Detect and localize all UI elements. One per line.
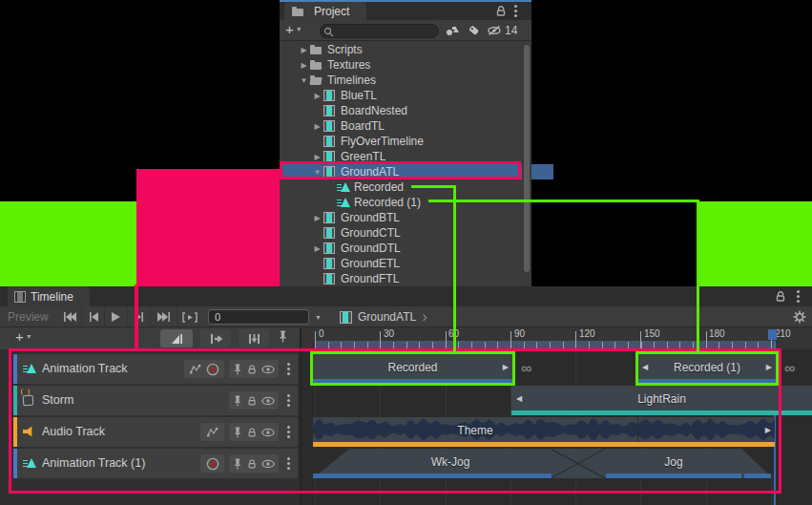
tree-item-groundetl[interactable]: GroundETL (280, 256, 553, 271)
tree-item-label: Scripts (327, 43, 363, 56)
expand-arrow-icon[interactable]: ▶ (311, 214, 323, 222)
tree-item-label: BlueTL (341, 89, 377, 102)
animation-clip-icon (337, 181, 350, 193)
search-icon (323, 27, 334, 37)
annotation-pink-connector (135, 284, 138, 351)
tree-item-flyovertimeline[interactable]: FlyOverTimeline (280, 134, 553, 149)
animation-clip-icon (337, 197, 350, 208)
tree-item-label: BoardNested (341, 104, 407, 117)
scrollbar-thumb[interactable] (524, 45, 530, 272)
scene-pink-block (136, 169, 280, 286)
tree-item-textures[interactable]: ▶Textures (280, 57, 540, 73)
tree-item-label: Timelines (327, 74, 376, 87)
project-tab-label: Project (314, 5, 349, 18)
expand-arrow-icon[interactable]: ▶ (311, 244, 323, 253)
expand-arrow-icon[interactable]: ▶ (298, 46, 310, 54)
pin-icon[interactable] (278, 330, 288, 343)
tree-item-boardtl[interactable]: ▶BoardTL (280, 118, 553, 134)
preview-toggle[interactable]: Preview (8, 310, 49, 324)
tree-item-label: GroundDTL (341, 242, 401, 255)
ruler-tick-label: 210 (775, 328, 791, 339)
frame-field-dropdown-icon[interactable]: ▼ (315, 314, 322, 321)
project-window: Project + ▼ 14 ▶Scripts ▶Textures ▼Tim (280, 0, 531, 286)
expand-arrow-icon[interactable]: ▶ (311, 122, 323, 131)
ruler-tick-label: 0 (319, 328, 324, 339)
tree-item-groundbtl[interactable]: ▶GroundBTL (280, 210, 553, 225)
kebab-menu-icon[interactable] (514, 5, 517, 8)
scene-green-block-left (0, 201, 136, 286)
gear-icon[interactable] (793, 310, 806, 324)
tree-item-grounddtl[interactable]: ▶GroundDTL (280, 241, 553, 256)
lock-icon[interactable] (495, 5, 508, 17)
tree-item-label: BoardTL (341, 119, 385, 133)
tree-item-label: GroundETL (341, 257, 400, 270)
folder-icon (310, 59, 323, 71)
play-button[interactable] (105, 306, 128, 327)
frame-field[interactable] (208, 309, 309, 325)
open-folder-icon (310, 74, 323, 86)
plus-icon: + (15, 329, 24, 344)
tree-item-label: GroundFTL (341, 272, 399, 285)
clip-mix-mode-button[interactable] (160, 329, 193, 347)
timeline-asset-icon (323, 120, 337, 132)
timeline-asset-icon (323, 258, 337, 269)
hidden-objects-toggle[interactable]: 14 (487, 24, 517, 37)
timeline-asset-icon (323, 227, 337, 239)
lock-icon[interactable] (775, 290, 787, 303)
tree-item-label: Recorded (354, 180, 404, 194)
expand-arrow-icon[interactable]: ▶ (298, 61, 310, 70)
annotation-green-connector-recorded1-h (428, 200, 699, 202)
scene-green-block-right (697, 201, 812, 286)
ruler-tick-label: 90 (514, 328, 525, 339)
timeline-asset-icon (340, 311, 352, 324)
breadcrumb-label: GroundATL (358, 310, 416, 324)
extrapolation-infinity-icon: ∞ (784, 360, 795, 377)
tab-timeline[interactable]: Timeline (8, 286, 90, 306)
plus-icon: + (285, 22, 294, 36)
annotation-green-connector-recorded-v (453, 185, 456, 353)
tree-item-label: Recorded (1) (354, 196, 421, 209)
hidden-count: 14 (505, 24, 517, 37)
clip-replace-mode-button[interactable] (239, 329, 269, 347)
clip-ripple-mode-button[interactable] (200, 329, 231, 347)
go-to-start-button[interactable] (57, 306, 82, 327)
search-input[interactable] (320, 24, 439, 38)
timeline-asset-icon (323, 105, 337, 116)
previous-frame-button[interactable] (82, 306, 105, 327)
tree-item-bluetl[interactable]: ▶BlueTL (280, 88, 553, 103)
timeline-asset-icon (323, 273, 337, 284)
timeline-asset-icon (323, 90, 337, 101)
timeline-window-icon (14, 291, 26, 303)
play-range-button[interactable] (177, 306, 202, 327)
annotation-box-groundatl (280, 161, 521, 179)
expand-arrow-icon[interactable]: ▶ (311, 153, 323, 161)
ruler-tick-label: 30 (384, 328, 394, 339)
tree-item-groundftl[interactable]: GroundFTL (280, 271, 553, 286)
timeline-tab-label: Timeline (31, 290, 73, 304)
create-asset-button[interactable]: + ▼ (285, 22, 302, 36)
tree-item-label: Textures (327, 58, 370, 72)
timeline-asset-icon (323, 212, 337, 223)
kebab-menu-icon[interactable] (797, 290, 800, 293)
expand-arrow-icon[interactable]: ▶ (311, 92, 323, 100)
breadcrumb[interactable]: GroundATL › (340, 310, 427, 324)
annotation-box-timeline-tracks (9, 348, 781, 494)
next-frame-button[interactable] (128, 306, 151, 327)
tree-item-groundctl[interactable]: GroundCTL (280, 225, 553, 241)
tab-project[interactable]: Project (284, 2, 366, 20)
search-by-label-icon[interactable] (468, 25, 481, 37)
timeline-end-marker[interactable] (768, 329, 777, 340)
tree-item-boardnested[interactable]: BoardNested (280, 103, 553, 118)
tree-item-timelines[interactable]: ▼Timelines (280, 73, 540, 88)
ruler-tick-label: 120 (579, 328, 595, 339)
search-by-type-icon[interactable] (445, 24, 460, 37)
add-track-button[interactable]: + ▼ (15, 329, 32, 344)
annotation-green-connector-recorded1-v (697, 200, 699, 353)
collapse-arrow-icon[interactable]: ▼ (298, 76, 310, 85)
tree-item-scripts[interactable]: ▶Scripts (280, 42, 540, 57)
dropdown-caret-icon: ▼ (296, 26, 302, 32)
breadcrumb-chevron-icon: › (422, 310, 427, 324)
ruler-tick-label: 180 (709, 328, 725, 339)
dropdown-caret-icon: ▼ (26, 333, 32, 340)
go-to-end-button[interactable] (151, 306, 177, 327)
